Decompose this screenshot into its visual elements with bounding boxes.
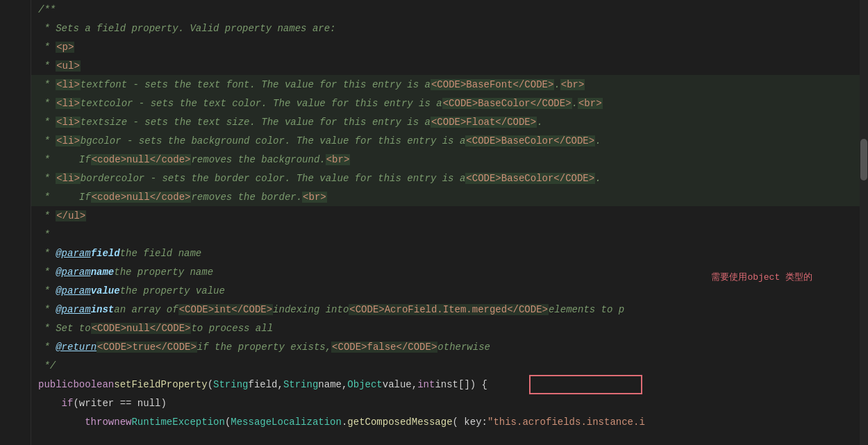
code-line-13: * — [31, 225, 868, 244]
scrollbar-thumb[interactable] — [860, 139, 867, 180]
code-line-1: /** — [31, 0, 868, 19]
code-text: <CODE>BaseColor</CODE> — [442, 98, 572, 109]
code-text: ( — [208, 379, 213, 390]
code-text: <CODE>BaseColor</CODE> — [465, 173, 595, 184]
gutter-line-6 — [0, 94, 31, 112]
code-text: * — [38, 342, 56, 353]
code-text: (writer == null) — [73, 398, 166, 409]
code-text: value — [91, 285, 120, 296]
code-text: * — [38, 79, 56, 90]
code-text: <li> — [56, 135, 81, 146]
code-text: . — [554, 79, 560, 90]
code-text: <CODE>int</CODE> — [178, 304, 273, 315]
code-text: </ul> — [56, 210, 86, 221]
annotation-label: 需要使用object 类型的 — [711, 271, 812, 283]
code-text: String — [213, 379, 248, 390]
gutter-line-13 — [0, 225, 31, 244]
code-text — [38, 398, 62, 409]
code-line-16: * @param value the property value — [31, 281, 868, 300]
gutter-line-22 — [0, 394, 31, 412]
code-text: inst[]) { — [435, 379, 487, 390]
code-text: <CODE>Float</CODE> — [431, 117, 537, 128]
code-text: <CODE>BaseColor</CODE> — [465, 135, 595, 146]
code-text: textfont - sets the text font. The value… — [81, 79, 431, 90]
code-text: <code>null</code> — [91, 154, 192, 165]
code-line-2: * Sets a field property. Valid property … — [31, 19, 868, 37]
code-text: <li> — [56, 117, 81, 128]
gutter-line-19 — [0, 337, 31, 356]
code-line-23: throw new RuntimeException(MessageLocali… — [31, 412, 868, 431]
code-text: int — [417, 379, 435, 390]
code-line-21: public boolean setFieldProperty(String f… — [31, 375, 868, 394]
code-text: removes the background. — [191, 154, 325, 165]
code-line-11: * If <code>null</code> removes the borde… — [31, 187, 868, 206]
code-text: <li> — [56, 173, 81, 184]
code-text: @param — [56, 304, 90, 315]
code-text: . — [572, 98, 578, 109]
code-line-17: * @param inst an array of <CODE>int</COD… — [31, 300, 868, 319]
code-text: @return — [56, 342, 97, 353]
code-line-7: * <li>textsize - sets the text size. The… — [31, 112, 868, 131]
code-text: <br> — [560, 79, 585, 90]
code-line-18: * Set to <CODE>null</CODE> to process al… — [31, 319, 868, 337]
scrollbar-vertical[interactable] — [860, 0, 868, 445]
code-text: * — [38, 229, 50, 240]
code-text: public — [38, 379, 73, 390]
code-text: */ — [38, 360, 56, 371]
code-text: @param — [56, 267, 90, 278]
code-text: the property name — [114, 267, 213, 278]
code-text: value, — [383, 379, 417, 390]
code-text: * Sets a field property. Valid property … — [38, 23, 335, 34]
gutter-line-17 — [0, 300, 31, 319]
code-line-10: * <li>bordercolor - sets the border colo… — [31, 169, 868, 187]
gutter-line-9 — [0, 150, 31, 169]
code-text: <br> — [302, 192, 327, 203]
code-line-5: * <li>textfont - sets the text font. The… — [31, 75, 868, 94]
gutter-line-1 — [0, 0, 31, 19]
code-text: * — [38, 285, 56, 296]
code-text: if the property exists, — [197, 342, 331, 353]
code-text: * — [38, 304, 56, 315]
code-text: * — [38, 248, 56, 259]
code-text: to process all — [191, 323, 273, 334]
code-text: @param — [56, 285, 90, 296]
code-line-14: * @param field the field name — [31, 244, 868, 262]
code-text: removes the border. — [191, 192, 302, 203]
gutter-line-18 — [0, 319, 31, 337]
gutter-line-21 — [0, 375, 31, 394]
code-text: RuntimeException — [131, 417, 224, 428]
code-text: the field name — [120, 248, 202, 259]
code-text: bordercolor - sets the border color. The… — [81, 173, 466, 184]
code-text: . — [595, 173, 601, 184]
gutter-line-12 — [0, 206, 31, 225]
code-text: bgcolor - sets the background color. The… — [81, 135, 466, 146]
code-text: * — [38, 60, 56, 72]
gutter-line-8 — [0, 131, 31, 150]
code-text: otherwise — [437, 342, 490, 353]
code-text: @param — [56, 248, 90, 259]
code-text: /** — [38, 4, 56, 15]
code-text: * — [38, 135, 56, 146]
gutter-line-5 — [0, 75, 31, 94]
code-text: field — [91, 248, 120, 259]
code-text: MessageLocalization — [231, 417, 342, 428]
code-text: throw — [85, 417, 114, 428]
code-line-6: * <li>textcolor - sets the text color. T… — [31, 94, 868, 112]
code-text: indexing into — [273, 304, 349, 315]
code-text: field, — [248, 379, 283, 390]
code-line-8: * <li>bgcolor - sets the background colo… — [31, 131, 868, 150]
code-line-19: * @return <CODE>true</CODE> if the prope… — [31, 337, 868, 356]
code-text: * — [38, 173, 56, 184]
annotation-text: 需要使用object 类型的 — [711, 272, 812, 283]
code-text: <CODE>false</CODE> — [331, 342, 437, 353]
gutter-line-23 — [0, 412, 31, 431]
code-area: /** * Sets a field property. Valid prope… — [31, 0, 868, 445]
code-text: * — [38, 267, 56, 278]
code-text: textcolor - sets the text color. The val… — [81, 98, 442, 109]
code-text: the property value — [120, 285, 225, 296]
gutter-line-14 — [0, 244, 31, 262]
code-line-4: * <ul> — [31, 56, 868, 75]
code-text: textsize - sets the text size. The value… — [81, 117, 431, 128]
gutter-line-10 — [0, 169, 31, 187]
gutter-line-2 — [0, 19, 31, 37]
